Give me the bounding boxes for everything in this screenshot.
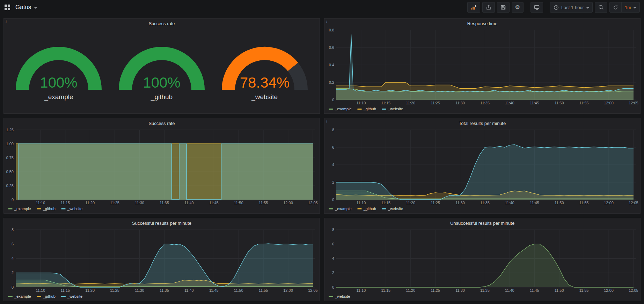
magnifier-minus-icon <box>598 5 604 10</box>
legend-item-website[interactable]: _website <box>61 294 82 298</box>
svg-text:11:15: 11:15 <box>60 201 70 205</box>
success-rate-chart[interactable]: 00.250.500.751.001.2511:1011:1511:2011:2… <box>4 127 320 206</box>
legend-swatch <box>61 208 66 209</box>
legend-item-github[interactable]: _github <box>357 107 376 111</box>
svg-text:12:00: 12:00 <box>604 288 614 292</box>
share-button[interactable] <box>482 2 495 13</box>
legend-label: _github <box>364 107 376 111</box>
svg-text:0.75: 0.75 <box>6 156 14 160</box>
svg-text:0: 0 <box>12 285 14 289</box>
panel-title[interactable]: Successful results per minute <box>4 218 320 227</box>
chart-canvas: 0246811:1011:1511:2011:2511:3011:3511:40… <box>324 127 640 206</box>
panel-title[interactable]: Success rate <box>4 118 320 127</box>
legend-label: _github <box>364 207 376 211</box>
divider <box>621 2 622 12</box>
legend: _example_github_website <box>4 206 320 213</box>
svg-text:11:30: 11:30 <box>455 101 465 105</box>
panel-title[interactable]: Success rate <box>4 18 320 27</box>
unsuccessful-results-chart[interactable]: 0246811:1011:1511:2011:2511:3011:3511:40… <box>324 227 640 293</box>
svg-text:12:05: 12:05 <box>629 101 638 105</box>
add-panel-button[interactable] <box>467 2 480 13</box>
dashboard-title-button[interactable]: Gatus <box>14 2 38 12</box>
legend-item-github[interactable]: _github <box>357 207 376 211</box>
svg-text:6: 6 <box>332 145 334 149</box>
svg-text:12:00: 12:00 <box>283 288 293 292</box>
svg-text:12:05: 12:05 <box>629 201 638 205</box>
panel-unsuccessful-results: Unsuccessful results per minute 0246811:… <box>324 218 641 301</box>
gauge-label: _github <box>151 93 173 101</box>
svg-text:11:10: 11:10 <box>36 201 45 205</box>
time-range-button[interactable]: Last 1 hour <box>550 2 593 13</box>
svg-text:2: 2 <box>12 270 14 275</box>
clock-icon <box>554 5 559 10</box>
svg-text:0.8: 0.8 <box>329 28 334 32</box>
legend-item-example[interactable]: _example <box>329 107 352 111</box>
gauge-canvas: 100% <box>111 37 212 92</box>
legend-item-example[interactable]: _example <box>329 207 352 211</box>
successful-results-chart[interactable]: 0246811:1011:1511:2011:2511:3011:3511:40… <box>4 227 320 293</box>
caret-down-icon <box>586 7 589 9</box>
save-button[interactable] <box>497 2 510 13</box>
svg-text:4: 4 <box>12 256 14 260</box>
legend-label: _github <box>43 207 56 211</box>
legend: _example_github_website <box>324 206 640 213</box>
svg-text:11:45: 11:45 <box>209 201 219 205</box>
svg-text:0: 0 <box>332 98 334 102</box>
svg-text:11:25: 11:25 <box>110 201 119 205</box>
legend-label: _example <box>14 294 31 298</box>
gear-icon: ⚙ <box>515 5 520 10</box>
legend-swatch <box>37 208 41 209</box>
svg-text:6: 6 <box>12 242 14 246</box>
legend-label: _website <box>335 294 350 298</box>
dashboard-title: Gatus <box>15 4 31 11</box>
refresh-icon <box>613 5 618 10</box>
settings-button[interactable]: ⚙ <box>512 2 524 13</box>
info-icon[interactable]: i <box>326 19 327 24</box>
apps-grid-icon[interactable] <box>4 4 10 10</box>
legend-item-website[interactable]: _website <box>61 207 82 211</box>
legend-label: _example <box>14 207 31 211</box>
legend-item-github[interactable]: _github <box>37 294 56 298</box>
panel-title[interactable]: Total results per minute <box>324 118 640 127</box>
svg-text:1.25: 1.25 <box>6 128 14 132</box>
caret-down-icon <box>34 7 37 9</box>
legend-item-website[interactable]: _website <box>329 294 350 298</box>
svg-text:11:10: 11:10 <box>357 101 366 105</box>
chart-canvas: 00.250.500.751.001.2511:1011:1511:2011:2… <box>4 127 320 206</box>
svg-text:12:05: 12:05 <box>308 288 318 292</box>
legend-label: _example <box>335 207 352 211</box>
legend-item-website[interactable]: _website <box>382 107 403 111</box>
svg-text:11:30: 11:30 <box>455 201 465 205</box>
panel-total-results: i Total results per minute 0246811:1011:… <box>324 118 641 214</box>
legend-item-github[interactable]: _github <box>37 207 56 211</box>
legend-item-example[interactable]: _example <box>8 294 31 298</box>
info-icon[interactable]: i <box>6 19 7 24</box>
legend-item-website[interactable]: _website <box>382 207 403 211</box>
svg-text:11:10: 11:10 <box>36 288 45 292</box>
svg-text:11:20: 11:20 <box>406 201 415 205</box>
total-results-chart[interactable]: 0246811:1011:1511:2011:2511:3011:3511:40… <box>324 127 640 206</box>
svg-text:11:15: 11:15 <box>381 101 390 105</box>
response-time-chart[interactable]: 00.20.40.60.811:1011:1511:2011:2511:3011… <box>324 27 640 106</box>
svg-text:0.4: 0.4 <box>329 63 334 67</box>
svg-text:11:35: 11:35 <box>160 288 169 292</box>
cycle-view-button[interactable] <box>530 2 543 13</box>
legend-swatch <box>382 109 386 110</box>
panel-title[interactable]: Unsuccessful results per minute <box>324 218 640 227</box>
svg-text:11:40: 11:40 <box>505 101 514 105</box>
panel-title[interactable]: Response time <box>324 18 640 27</box>
zoom-out-button[interactable] <box>595 2 607 13</box>
legend-item-example[interactable]: _example <box>8 207 31 211</box>
gauge-label: _example <box>44 93 73 101</box>
svg-text:0.50: 0.50 <box>6 170 14 174</box>
svg-text:100%: 100% <box>40 74 78 91</box>
svg-text:11:30: 11:30 <box>135 288 144 292</box>
svg-text:11:35: 11:35 <box>480 288 490 292</box>
legend-swatch <box>329 208 333 209</box>
svg-text:11:20: 11:20 <box>406 288 415 292</box>
panel-success-rate-gauges: i Success rate 100% _example 100% _githu… <box>3 18 320 114</box>
info-icon[interactable]: i <box>326 119 327 124</box>
refresh-button[interactable]: 1m <box>609 2 640 13</box>
svg-text:11:35: 11:35 <box>480 201 490 205</box>
navbar: Gatus <box>0 0 644 15</box>
